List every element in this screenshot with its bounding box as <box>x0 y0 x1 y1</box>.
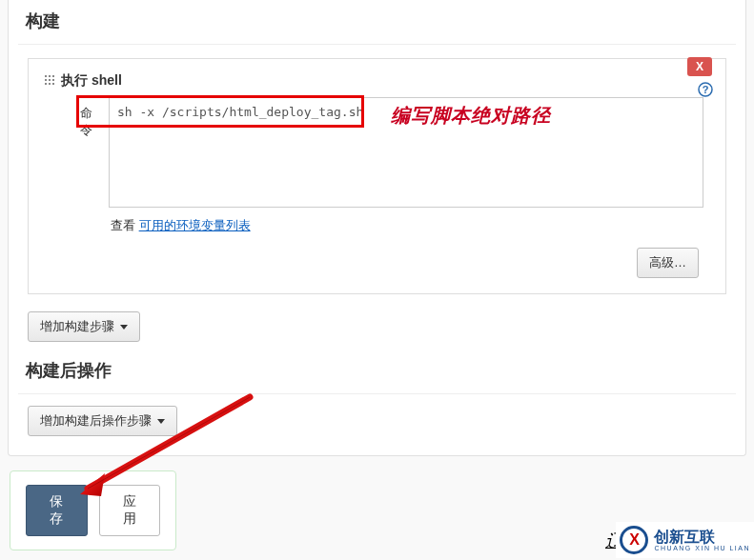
advanced-button[interactable]: 高级… <box>637 248 699 278</box>
build-section-title: 构建 <box>18 0 736 45</box>
block-header: 执行 shell <box>44 69 710 97</box>
advanced-label: 高级… <box>649 254 686 271</box>
see-env-vars: 查看 可用的环境变量列表 <box>111 217 710 234</box>
block-header-label: 执行 shell <box>61 72 122 88</box>
brand-logo: X 创新互联 CHUANG XIN HU LIAN <box>616 522 754 558</box>
execute-shell-block: X ? 执行 shell 编写脚本绝对路径 命令 sh -x /scripts/… <box>28 58 726 294</box>
logo-icon: X <box>620 526 648 554</box>
drag-handle-icon[interactable] <box>44 74 55 86</box>
env-vars-link[interactable]: 可用的环境变量列表 <box>139 218 251 232</box>
chevron-down-icon <box>120 325 128 330</box>
save-button[interactable]: 保存 <box>26 485 88 536</box>
add-build-step-label: 增加构建步骤 <box>40 318 114 335</box>
apply-button[interactable]: 应用 <box>99 485 161 536</box>
annotation-text: 编写脚本绝对路径 <box>391 103 551 129</box>
add-post-build-step-button[interactable]: 增加构建后操作步骤 <box>28 406 177 436</box>
add-build-step-button[interactable]: 增加构建步骤 <box>28 311 140 342</box>
see-prefix: 查看 <box>111 218 139 232</box>
add-post-build-step-label: 增加构建后操作步骤 <box>40 412 152 430</box>
logo-en-text: CHUANG XIN HU LIAN <box>654 545 750 551</box>
command-label: 命令 <box>80 97 109 208</box>
action-bar: 保存 应用 <box>10 470 176 550</box>
logo-cn-text: 创新互联 <box>654 530 750 545</box>
post-build-section-title: 构建后操作 <box>18 350 736 394</box>
chevron-down-icon <box>157 419 165 424</box>
